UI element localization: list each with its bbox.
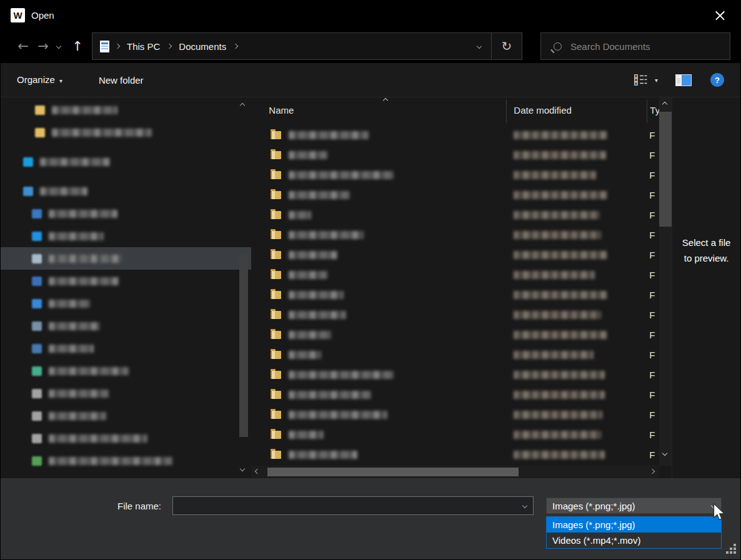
column-separator[interactable] xyxy=(506,99,507,123)
file-row[interactable]: F xyxy=(251,425,659,445)
file-name-combo[interactable] xyxy=(172,496,534,515)
recent-locations-chevron-icon[interactable] xyxy=(56,44,61,49)
file-row[interactable]: F xyxy=(251,405,659,425)
sidebar-item[interactable] xyxy=(1,382,251,405)
folder-icon xyxy=(35,106,45,115)
redacted-label xyxy=(49,255,122,263)
file-row[interactable]: F xyxy=(251,185,659,205)
file-row[interactable]: F xyxy=(251,245,659,265)
sidebar-item[interactable] xyxy=(1,405,251,427)
breadcrumb-this-pc[interactable]: This PC xyxy=(127,41,160,52)
file-row[interactable]: F xyxy=(251,385,659,405)
chevron-down-icon[interactable] xyxy=(522,503,527,508)
close-button[interactable] xyxy=(709,4,730,26)
folder-icon xyxy=(271,311,281,319)
preview-pane-icon[interactable] xyxy=(675,74,692,86)
main-content: Name Date modified Ty F F F F F xyxy=(1,97,740,478)
scroll-right-icon[interactable] xyxy=(650,469,655,474)
scroll-down-icon[interactable] xyxy=(240,466,245,471)
sidebar-item[interactable] xyxy=(1,99,251,121)
sidebar-item[interactable] xyxy=(1,247,251,270)
sidebar-item[interactable] xyxy=(1,202,251,225)
sidebar-item[interactable] xyxy=(1,449,251,472)
folder-icon xyxy=(271,451,281,459)
up-button[interactable]: ↑ xyxy=(68,40,87,53)
sidebar-item[interactable] xyxy=(1,427,251,449)
organize-button[interactable]: Organize▾ xyxy=(17,74,62,86)
search-input[interactable] xyxy=(570,41,730,52)
file-row[interactable]: F xyxy=(251,325,659,345)
vertical-scrollbar[interactable] xyxy=(659,97,672,466)
sidebar-item[interactable] xyxy=(1,315,251,337)
file-row[interactable]: F xyxy=(251,345,659,365)
sidebar-item[interactable] xyxy=(1,180,251,202)
search-box[interactable] xyxy=(540,32,730,60)
refresh-button[interactable]: ↻ xyxy=(492,33,522,59)
file-row[interactable]: F xyxy=(251,285,659,305)
column-date-modified[interactable]: Date modified xyxy=(514,105,572,115)
window-title: Open xyxy=(31,10,54,21)
sidebar-item[interactable] xyxy=(1,337,251,360)
sidebar-scrollbar[interactable] xyxy=(237,100,250,476)
file-type-dropdown: Images (*.png;*.jpg) Videos (*.mp4;*.mov… xyxy=(546,516,722,549)
scroll-down-icon[interactable] xyxy=(662,451,667,456)
redacted-label xyxy=(49,390,109,398)
redacted-label xyxy=(40,187,87,195)
file-row[interactable]: F xyxy=(251,125,659,145)
file-row[interactable]: F xyxy=(251,305,659,325)
column-separator[interactable] xyxy=(647,99,647,123)
view-options-caret-icon[interactable]: ▾ xyxy=(655,77,658,84)
folder-icon xyxy=(271,131,281,139)
file-type-letter: F xyxy=(649,370,655,380)
redacted-date-modified xyxy=(514,291,607,299)
back-button[interactable]: ← xyxy=(13,40,33,53)
file-type-letter: F xyxy=(649,270,655,280)
chevron-right-icon[interactable] xyxy=(167,44,172,49)
sidebar-item[interactable] xyxy=(1,270,251,292)
redacted-file-name xyxy=(289,191,350,199)
dropdown-option[interactable]: Images (*.png;*.jpg) xyxy=(547,517,721,533)
this-pc-icon xyxy=(23,187,33,196)
chevron-right-icon xyxy=(115,44,120,49)
sidebar-item[interactable] xyxy=(1,121,251,144)
sidebar-item[interactable] xyxy=(1,292,251,315)
file-row[interactable]: F xyxy=(251,365,659,385)
sidebar-item[interactable] xyxy=(1,150,251,173)
redacted-date-modified xyxy=(514,191,607,199)
breadcrumb-documents[interactable]: Documents xyxy=(179,41,226,52)
scrollbar-thumb[interactable] xyxy=(659,112,672,227)
new-folder-button[interactable]: New folder xyxy=(99,75,144,86)
file-row[interactable]: F xyxy=(251,205,659,225)
chevron-right-icon[interactable] xyxy=(233,44,238,49)
scrollbar-thumb[interactable] xyxy=(267,468,519,476)
redacted-date-modified xyxy=(514,411,602,419)
sidebar-item[interactable] xyxy=(1,360,251,382)
file-type-select[interactable]: Images (*.png;*.jpg) xyxy=(546,498,722,514)
redacted-label xyxy=(40,158,110,166)
file-type-letter: F xyxy=(649,210,655,220)
address-dropdown-button[interactable] xyxy=(467,33,491,59)
file-name-input[interactable] xyxy=(179,501,523,511)
file-row[interactable]: F xyxy=(251,145,659,165)
resize-grip[interactable] xyxy=(726,544,736,554)
column-type[interactable]: Ty xyxy=(650,105,659,115)
forward-button[interactable]: → xyxy=(33,40,53,53)
help-button[interactable]: ? xyxy=(710,73,724,87)
file-row[interactable]: F xyxy=(251,165,659,185)
scroll-left-icon[interactable] xyxy=(255,469,260,474)
redacted-label xyxy=(52,106,117,114)
redacted-label xyxy=(49,345,94,353)
horizontal-scrollbar[interactable] xyxy=(251,466,659,478)
scrollbar-thumb[interactable] xyxy=(239,255,248,437)
file-rows: F F F F F F F F F xyxy=(251,125,659,466)
dropdown-option[interactable]: Videos (*.mp4;*.mov) xyxy=(547,533,721,548)
redacted-date-modified xyxy=(514,451,605,459)
scroll-up-icon[interactable] xyxy=(240,103,245,108)
file-row[interactable]: F xyxy=(251,225,659,245)
file-row[interactable]: F xyxy=(251,265,659,285)
column-name[interactable]: Name xyxy=(269,105,294,115)
file-row[interactable]: F xyxy=(251,445,659,464)
details-view-icon[interactable] xyxy=(634,74,647,86)
scroll-up-icon[interactable] xyxy=(662,102,667,107)
sidebar-item[interactable] xyxy=(1,225,251,247)
